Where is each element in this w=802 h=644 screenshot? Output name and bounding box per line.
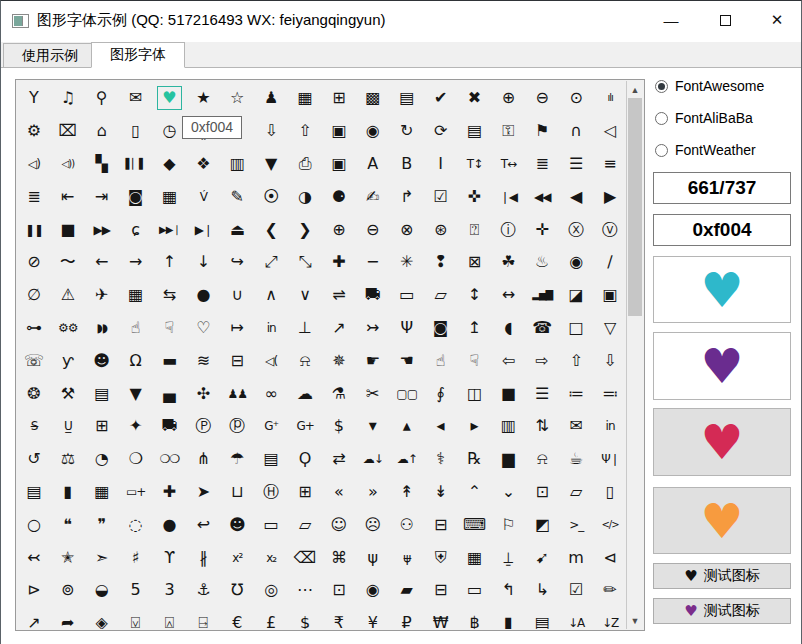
grid-icon[interactable]: ◀◀: [525, 180, 559, 213]
test-icon-button[interactable]: ♥测试图标: [653, 563, 791, 589]
grid-icon[interactable]: S̶: [17, 410, 51, 443]
icon-count-field[interactable]: 661/737: [653, 172, 791, 204]
grid-icon[interactable]: ◙: [119, 180, 153, 213]
grid-icon[interactable]: ⊞: [288, 476, 322, 509]
grid-icon[interactable]: ≣: [525, 148, 559, 181]
grid-icon[interactable]: ❝: [51, 508, 85, 541]
grid-icon[interactable]: ∕: [593, 246, 627, 279]
grid-icon[interactable]: Ψ: [390, 312, 424, 345]
grid-icon[interactable]: ⊡: [525, 476, 559, 509]
grid-icon[interactable]: ⋯: [288, 574, 322, 607]
grid-icon[interactable]: ◙: [424, 312, 458, 345]
grid-icon[interactable]: ▱: [559, 476, 593, 509]
grid-icon[interactable]: ⚓: [186, 574, 220, 607]
grid-icon[interactable]: ⊟: [424, 574, 458, 607]
grid-icon[interactable]: ↩: [186, 508, 220, 541]
grid-icon[interactable]: ↣: [356, 312, 390, 345]
grid-icon[interactable]: ⊲: [593, 541, 627, 574]
grid-icon[interactable]: x₂: [254, 541, 288, 574]
grid-icon[interactable]: ⇦: [491, 344, 525, 377]
grid-icon[interactable]: ♡: [186, 312, 220, 345]
grid-icon[interactable]: ◎: [254, 574, 288, 607]
grid-icon[interactable]: ↓Z: [593, 607, 627, 629]
scrollbar-down-icon[interactable]: ▼: [627, 612, 643, 629]
grid-icon[interactable]: ●: [186, 279, 220, 312]
grid-icon[interactable]: ⊞: [322, 82, 356, 115]
grid-icon[interactable]: ∅: [17, 279, 51, 312]
grid-icon[interactable]: ▂▅▇: [525, 279, 559, 312]
grid-icon[interactable]: ☁: [288, 377, 322, 410]
grid-icon[interactable]: ❖: [186, 148, 220, 181]
grid-icon[interactable]: ⌨: [458, 508, 492, 541]
grid-icon[interactable]: ψ: [356, 541, 390, 574]
grid-icon[interactable]: ⤢: [254, 246, 288, 279]
grid-icon[interactable]: ↟: [390, 476, 424, 509]
grid-icon[interactable]: ⚲: [85, 82, 119, 115]
grid-icon[interactable]: ▱: [424, 279, 458, 312]
grid-icon[interactable]: Ψ❘: [593, 443, 627, 476]
grid-icon[interactable]: ⊕: [491, 82, 525, 115]
grid-icon[interactable]: ❂: [17, 377, 51, 410]
grid-icon[interactable]: ℞: [458, 443, 492, 476]
grid-icon[interactable]: ≣: [17, 180, 51, 213]
grid-icon[interactable]: ☘: [491, 246, 525, 279]
grid-icon[interactable]: ▭+: [119, 476, 153, 509]
grid-icon[interactable]: ⌃: [458, 476, 492, 509]
grid-icon[interactable]: ☛: [356, 344, 390, 377]
grid-icon[interactable]: ✛: [525, 213, 559, 246]
grid-icon[interactable]: ⇄: [322, 443, 356, 476]
close-button[interactable]: ✕: [755, 1, 799, 39]
grid-icon[interactable]: ✖: [458, 82, 492, 115]
grid-icon[interactable]: ▸: [458, 410, 492, 443]
grid-icon[interactable]: Y: [17, 82, 51, 115]
grid-icon[interactable]: ➦: [51, 607, 85, 629]
grid-icon[interactable]: ❢: [424, 246, 458, 279]
grid-icon[interactable]: ↦: [220, 312, 254, 345]
grid-icon[interactable]: ▮: [491, 607, 525, 629]
grid-icon[interactable]: ⚖: [51, 443, 85, 476]
grid-icon[interactable]: ◪: [559, 279, 593, 312]
grid-icon[interactable]: ⏏: [220, 213, 254, 246]
grid-icon[interactable]: ▩: [356, 82, 390, 115]
grid-icon[interactable]: ↻: [390, 115, 424, 148]
grid-icon[interactable]: ⋔: [186, 443, 220, 476]
grid-icon[interactable]: ◁): [17, 148, 51, 181]
radio-unchecked-icon[interactable]: [655, 144, 668, 157]
grid-icon[interactable]: x²: [220, 541, 254, 574]
grid-icon[interactable]: ▶▶: [85, 213, 119, 246]
grid-icon[interactable]: ♨: [525, 246, 559, 279]
grid-icon[interactable]: ↗: [322, 312, 356, 345]
grid-icon[interactable]: ∞: [254, 377, 288, 410]
radio-checked-icon[interactable]: [655, 80, 668, 93]
grid-icon[interactable]: ∮: [424, 377, 458, 410]
grid-icon[interactable]: ▢▢: [390, 377, 424, 410]
grid-icon[interactable]: ♟: [254, 82, 288, 115]
grid-icon[interactable]: ⚈: [322, 180, 356, 213]
maximize-button[interactable]: [703, 1, 747, 39]
grid-icon[interactable]: ▯: [593, 476, 627, 509]
grid-icon[interactable]: Ⓗ: [254, 476, 288, 509]
grid-icon[interactable]: ◩: [525, 508, 559, 541]
grid-icon[interactable]: ☁↑: [390, 443, 424, 476]
grid-icon[interactable]: ▥: [220, 148, 254, 181]
grid-icon[interactable]: ✉: [119, 82, 153, 115]
grid-icon[interactable]: ☁↓: [356, 443, 390, 476]
grid-icon[interactable]: ✎: [220, 180, 254, 213]
grid-icon[interactable]: ○: [17, 508, 51, 541]
grid-icon[interactable]: ⊗: [390, 213, 424, 246]
grid-icon[interactable]: ⎙: [288, 148, 322, 181]
grid-icon[interactable]: ♫: [51, 82, 85, 115]
grid-icon[interactable]: ⊛: [424, 213, 458, 246]
grid-icon[interactable]: ≔: [559, 377, 593, 410]
grid-icon[interactable]: ⍌: [119, 607, 153, 629]
grid-icon[interactable]: ▭: [390, 279, 424, 312]
grid-icon[interactable]: ▭: [458, 574, 492, 607]
grid-icon[interactable]: ☑: [559, 574, 593, 607]
grid-icon[interactable]: ▱: [288, 508, 322, 541]
grid-icon[interactable]: in: [593, 410, 627, 443]
grid-icon[interactable]: ∧: [254, 279, 288, 312]
grid-icon[interactable]: ↓A: [559, 607, 593, 629]
grid-icon[interactable]: ✉: [559, 410, 593, 443]
grid-icon[interactable]: ♯: [119, 541, 153, 574]
grid-icon[interactable]: ✔: [424, 82, 458, 115]
